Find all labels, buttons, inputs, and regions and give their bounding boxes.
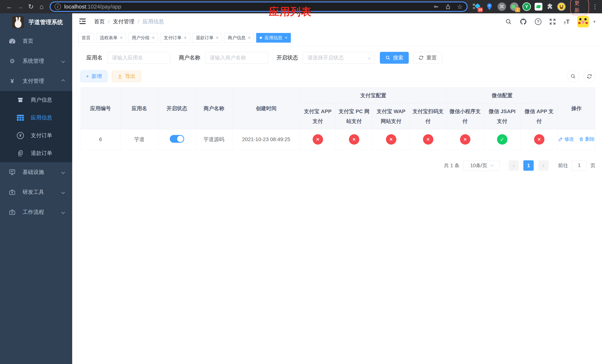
goto-page-input[interactable] [572,160,587,171]
github-icon[interactable] [520,18,527,25]
refresh-icon [419,55,424,60]
sidebar-collapse-icon[interactable] [79,18,86,25]
extensions-puzzle-icon[interactable] [546,3,553,10]
app-name-label: 应用名 [86,54,103,62]
close-icon[interactable]: × [184,36,187,40]
tab-home[interactable]: 首页 [78,33,94,43]
close-icon[interactable]: × [248,36,250,40]
col-group-alipay: 支付宝配置 [300,87,447,104]
tab-app-info-active[interactable]: 应用信息× [256,33,291,43]
extension-chat-icon[interactable] [535,3,542,11]
dashboard-icon [8,38,16,44]
cell-alipay-qr: × [410,129,447,150]
cell-app-id: 6 [81,129,120,150]
cell-wx-mini: × [447,129,484,150]
logo-rabbit-image [12,16,24,28]
extension-y-icon[interactable]: Y [522,2,531,11]
password-key-icon[interactable] [433,4,439,10]
tab-refund-orders[interactable]: 退款订单× [192,33,222,43]
page-unit-label: 页 [590,162,595,169]
browser-menu-icon[interactable]: ⋮ [592,3,598,10]
edit-link[interactable]: 修改 [558,136,574,142]
cell-status [159,129,195,150]
close-icon[interactable]: × [216,36,219,40]
sidebar-item-home[interactable]: 首页 [0,31,72,51]
extension-diamond-icon[interactable]: 10 [473,2,481,11]
sidebar-item-system[interactable]: ⚙ 系统管理 [0,51,72,71]
gear-icon: ⚙ [8,58,16,65]
close-icon[interactable]: × [152,36,155,40]
browser-reload-button[interactable]: ↻ [26,1,36,12]
sidebar-item-workflow[interactable]: 工作流程 [0,202,72,222]
help-icon[interactable]: ? [535,18,541,25]
col-header-status: 开启状态 [159,87,195,129]
sidebar-item-infrastructure[interactable]: 基础设施 [0,162,72,182]
status-cross-icon: × [349,134,359,145]
fullscreen-icon[interactable] [549,18,556,25]
col-header-wx-mini: 微信小程序支付 [447,104,484,129]
status-select-input[interactable] [303,52,375,64]
reset-button[interactable]: 重置 [413,52,442,64]
url-text[interactable]: localhost:1024/pay/app [64,3,121,10]
site-info-icon[interactable]: i [55,3,61,10]
sidebar-item-dev-tools[interactable]: 研发工具 [0,182,72,202]
col-header-created: 创建时间 [233,87,300,129]
close-icon[interactable]: × [285,36,287,40]
refresh-table-button[interactable] [583,70,595,82]
breadcrumb-home[interactable]: 首页 [94,18,105,25]
close-icon[interactable]: × [120,36,123,40]
profile-avatar[interactable] [557,2,566,11]
export-button[interactable]: 导出 [112,71,141,82]
bookmark-star-icon[interactable]: ☆ [457,3,462,10]
sidebar-item-app-info[interactable]: 应用信息 [0,109,72,127]
breadcrumb-section[interactable]: 支付管理 [113,18,134,25]
extension-command-icon[interactable]: ⌘ [498,2,506,11]
sidebar-item-label: 支付管理 [22,77,44,85]
extension-recorder-icon[interactable]: 1 [510,2,519,11]
status-label: 开启状态 [277,54,298,62]
search-icon[interactable] [505,18,512,25]
browser-home-button[interactable]: ⌂ [36,1,47,12]
sidebar-item-pay-orders[interactable]: ¥ 支付订单 [0,127,72,144]
extension-badge: 1 [515,7,520,12]
app-title: 芋道管理系统 [29,18,63,26]
tab-process-form[interactable]: 流程表单× [96,33,126,43]
toggle-search-button[interactable] [567,70,579,82]
browser-forward-button[interactable]: → [15,1,26,12]
extension-pin-icon[interactable] [485,2,494,11]
status-cross-icon: × [460,134,470,145]
sidebar: 芋道管理系统 首页 ⚙ 系统管理 ¥ 支付管理 商户信息 [0,13,72,364]
address-bar[interactable]: i localhost:1024/pay/app ☆ [50,1,468,12]
tab-user-group[interactable]: 用户分组× [128,33,158,43]
font-size-icon[interactable]: TT [564,18,570,25]
avatar-caret-icon[interactable]: ▾ [593,19,595,24]
app-name-input[interactable] [107,52,170,64]
tab-pay-orders[interactable]: 支付订单× [160,33,190,43]
delete-link[interactable]: 删除 [579,136,595,142]
current-page-button[interactable]: 1 [523,160,534,171]
page-size-select[interactable]: 10条/页 [463,160,500,171]
pagination: 共 1 条 10条/页 ‹ 1 › 前往 页 [81,160,595,171]
briefcase-icon [8,189,16,195]
sidebar-item-payment[interactable]: ¥ 支付管理 [0,71,72,91]
search-button[interactable]: 搜索 [380,52,409,64]
add-button[interactable]: + 新增 [81,71,107,82]
merchant-name-input[interactable] [205,52,268,64]
cell-created: 2021-10-23 08:49:25 [233,129,300,150]
sidebar-item-merchant-info[interactable]: 商户信息 [0,91,72,109]
briefcase-icon [8,209,16,215]
tab-merchant-info[interactable]: 商户信息× [224,33,254,43]
browser-back-button[interactable]: ← [4,1,15,12]
browser-update-button[interactable]: 更新 [570,0,589,15]
status-toggle[interactable] [170,135,184,143]
share-icon[interactable] [445,4,451,10]
status-select[interactable] [303,52,375,64]
sidebar-logo[interactable]: 芋道管理系统 [0,13,72,31]
user-avatar[interactable] [577,16,589,27]
next-page-button[interactable]: › [538,160,548,171]
sidebar-item-refund-orders[interactable]: 退款订单 [0,144,72,162]
breadcrumb-current: 应用信息 [142,18,164,25]
search-icon [570,74,576,79]
prev-page-button[interactable]: ‹ [508,160,519,171]
col-header-alipay-app: 支付宝 APP 支付 [300,104,336,129]
